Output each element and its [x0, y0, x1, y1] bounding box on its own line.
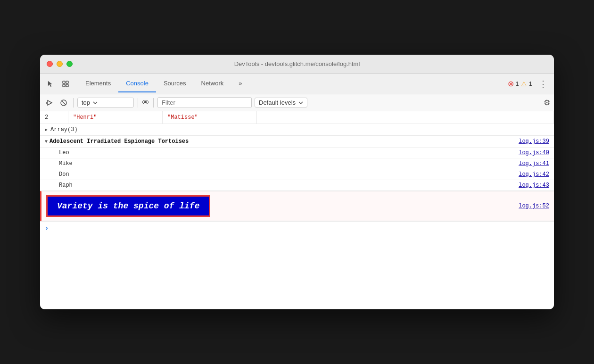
console-prompt: › [40, 221, 554, 235]
log-item-2: Don log.js:42 [40, 169, 554, 180]
error-icon: ⊗ [508, 79, 514, 88]
close-button[interactable] [47, 61, 53, 67]
tab-more[interactable]: » [231, 75, 249, 92]
console-input[interactable] [51, 225, 549, 232]
minimize-button[interactable] [57, 61, 63, 67]
log-item-text-2: Don [59, 171, 519, 178]
group-title: Adolescent Irradiated Espionage Tortoise… [50, 138, 519, 145]
tab-console[interactable]: Console [118, 75, 156, 92]
divider-2 [138, 98, 138, 108]
levels-value: Default levels [259, 99, 296, 106]
tab-bar-icons [44, 77, 72, 91]
styled-message-box: Variety is the spice of life [46, 195, 210, 217]
context-value: top [82, 99, 90, 106]
tab-list: Elements Console Sources Network » [78, 75, 508, 92]
table-cell-index: 2 [40, 111, 68, 124]
log-group-header[interactable]: ▼ Adolescent Irradiated Espionage Tortoi… [40, 136, 554, 147]
svg-rect-3 [66, 84, 68, 87]
traffic-lights [47, 61, 73, 67]
tab-bar: Elements Console Sources Network » ⊗ 1 ⚠… [40, 74, 554, 94]
settings-icon[interactable]: ⚙ [544, 98, 550, 107]
console-toolbar: top 👁 Default levels ⚙ [40, 94, 554, 111]
error-count: 1 [516, 80, 519, 87]
log-item-0: Leo log.js:40 [40, 147, 554, 158]
group-source[interactable]: log.js:39 [519, 138, 549, 145]
tab-sources[interactable]: Sources [156, 75, 194, 92]
error-badge: ⊗ 1 ⚠ 1 [508, 79, 532, 88]
console-content: 2 "Henri" "Matisse" ▶ Array(3) ▼ Adolesc… [40, 111, 554, 309]
cursor-icon[interactable] [44, 77, 57, 91]
prompt-arrow-icon: › [45, 224, 49, 232]
svg-rect-0 [63, 81, 65, 83]
svg-line-7 [62, 101, 66, 105]
log-item-text-0: Leo [59, 149, 519, 156]
log-item-source-0[interactable]: log.js:40 [519, 149, 549, 156]
warn-icon: ⚠ [521, 80, 527, 88]
log-item-3: Raph log.js:43 [40, 180, 554, 190]
window-title: DevTools - devtools.glitch.me/console/lo… [234, 60, 360, 67]
svg-rect-2 [63, 84, 65, 87]
title-bar: DevTools - devtools.glitch.me/console/lo… [40, 55, 554, 74]
inspect-icon[interactable] [59, 77, 72, 91]
eye-icon[interactable]: 👁 [142, 99, 149, 107]
log-item-1: Mike log.js:41 [40, 158, 554, 169]
svg-marker-4 [48, 100, 52, 105]
context-select[interactable]: top [77, 98, 134, 108]
styled-log-source[interactable]: log.js:52 [519, 203, 549, 209]
log-item-source-1[interactable]: log.js:41 [519, 160, 549, 167]
levels-select[interactable]: Default levels [255, 98, 307, 108]
divider-1 [73, 98, 74, 108]
group-collapse-icon: ▼ [45, 139, 48, 144]
table-cell-empty [257, 111, 554, 124]
table-cell-col1: "Henri" [68, 111, 163, 124]
log-item-text-3: Raph [59, 182, 519, 189]
array-label: Array(3) [50, 126, 78, 133]
tab-network[interactable]: Network [194, 75, 231, 92]
divider-3 [153, 98, 154, 108]
svg-rect-1 [66, 81, 68, 83]
devtools-window: DevTools - devtools.glitch.me/console/lo… [40, 55, 554, 309]
log-group: ▼ Adolescent Irradiated Espionage Tortoi… [40, 136, 554, 191]
styled-message-text: Variety is the spice of life [57, 201, 199, 211]
clear-console-icon[interactable] [58, 97, 69, 108]
warn-count: 1 [529, 80, 532, 87]
table-row: 2 "Henri" "Matisse" [40, 111, 554, 124]
tab-bar-right: ⊗ 1 ⚠ 1 ⋮ [508, 79, 550, 89]
more-menu-button[interactable]: ⋮ [536, 79, 550, 89]
array-row[interactable]: ▶ Array(3) [40, 124, 554, 136]
tab-elements[interactable]: Elements [78, 75, 118, 92]
expand-arrow-icon: ▶ [45, 127, 48, 132]
log-item-text-1: Mike [59, 160, 519, 167]
log-item-source-3[interactable]: log.js:43 [519, 182, 549, 189]
log-item-source-2[interactable]: log.js:42 [519, 171, 549, 178]
filter-input[interactable] [157, 97, 252, 108]
run-script-icon[interactable] [44, 97, 55, 108]
maximize-button[interactable] [66, 61, 73, 67]
styled-log-row: Variety is the spice of life log.js:52 [40, 191, 554, 221]
table-cell-col2: "Matisse" [163, 111, 257, 124]
